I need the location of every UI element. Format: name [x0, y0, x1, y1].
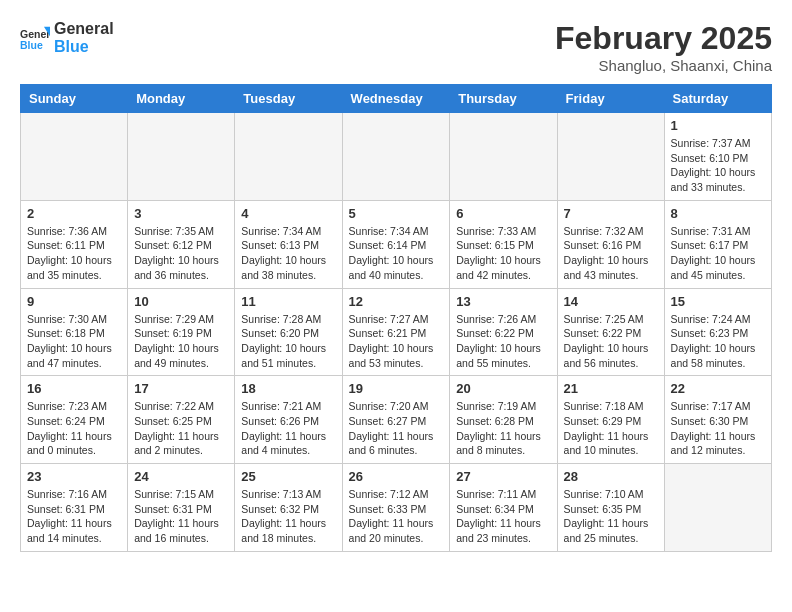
- day-number: 28: [564, 469, 658, 484]
- calendar-table: SundayMondayTuesdayWednesdayThursdayFrid…: [20, 84, 772, 552]
- calendar-cell: [557, 113, 664, 201]
- day-info: Sunrise: 7:12 AM Sunset: 6:33 PM Dayligh…: [349, 487, 444, 546]
- calendar-header-row: SundayMondayTuesdayWednesdayThursdayFrid…: [21, 85, 772, 113]
- day-number: 6: [456, 206, 550, 221]
- day-info: Sunrise: 7:27 AM Sunset: 6:21 PM Dayligh…: [349, 312, 444, 371]
- week-row-2: 2Sunrise: 7:36 AM Sunset: 6:11 PM Daylig…: [21, 200, 772, 288]
- calendar-cell: 28Sunrise: 7:10 AM Sunset: 6:35 PM Dayli…: [557, 464, 664, 552]
- calendar-cell: 26Sunrise: 7:12 AM Sunset: 6:33 PM Dayli…: [342, 464, 450, 552]
- day-number: 24: [134, 469, 228, 484]
- day-info: Sunrise: 7:15 AM Sunset: 6:31 PM Dayligh…: [134, 487, 228, 546]
- day-info: Sunrise: 7:16 AM Sunset: 6:31 PM Dayligh…: [27, 487, 121, 546]
- day-number: 1: [671, 118, 765, 133]
- calendar-cell: 15Sunrise: 7:24 AM Sunset: 6:23 PM Dayli…: [664, 288, 771, 376]
- page-header: General Blue General Blue February 2025 …: [20, 20, 772, 74]
- day-info: Sunrise: 7:19 AM Sunset: 6:28 PM Dayligh…: [456, 399, 550, 458]
- day-number: 25: [241, 469, 335, 484]
- calendar-cell: [21, 113, 128, 201]
- day-number: 20: [456, 381, 550, 396]
- day-info: Sunrise: 7:35 AM Sunset: 6:12 PM Dayligh…: [134, 224, 228, 283]
- calendar-cell: 24Sunrise: 7:15 AM Sunset: 6:31 PM Dayli…: [128, 464, 235, 552]
- calendar-cell: 2Sunrise: 7:36 AM Sunset: 6:11 PM Daylig…: [21, 200, 128, 288]
- day-number: 21: [564, 381, 658, 396]
- day-info: Sunrise: 7:11 AM Sunset: 6:34 PM Dayligh…: [456, 487, 550, 546]
- day-number: 9: [27, 294, 121, 309]
- day-info: Sunrise: 7:33 AM Sunset: 6:15 PM Dayligh…: [456, 224, 550, 283]
- week-row-5: 23Sunrise: 7:16 AM Sunset: 6:31 PM Dayli…: [21, 464, 772, 552]
- day-number: 3: [134, 206, 228, 221]
- day-info: Sunrise: 7:24 AM Sunset: 6:23 PM Dayligh…: [671, 312, 765, 371]
- calendar-cell: 27Sunrise: 7:11 AM Sunset: 6:34 PM Dayli…: [450, 464, 557, 552]
- day-number: 2: [27, 206, 121, 221]
- day-number: 22: [671, 381, 765, 396]
- day-number: 18: [241, 381, 335, 396]
- day-info: Sunrise: 7:26 AM Sunset: 6:22 PM Dayligh…: [456, 312, 550, 371]
- weekday-header-tuesday: Tuesday: [235, 85, 342, 113]
- day-number: 16: [27, 381, 121, 396]
- calendar-cell: 10Sunrise: 7:29 AM Sunset: 6:19 PM Dayli…: [128, 288, 235, 376]
- calendar-cell: 8Sunrise: 7:31 AM Sunset: 6:17 PM Daylig…: [664, 200, 771, 288]
- day-number: 11: [241, 294, 335, 309]
- calendar-cell: 21Sunrise: 7:18 AM Sunset: 6:29 PM Dayli…: [557, 376, 664, 464]
- day-info: Sunrise: 7:18 AM Sunset: 6:29 PM Dayligh…: [564, 399, 658, 458]
- day-number: 5: [349, 206, 444, 221]
- location-subtitle: Shangluo, Shaanxi, China: [555, 57, 772, 74]
- day-number: 23: [27, 469, 121, 484]
- week-row-3: 9Sunrise: 7:30 AM Sunset: 6:18 PM Daylig…: [21, 288, 772, 376]
- day-number: 13: [456, 294, 550, 309]
- day-info: Sunrise: 7:21 AM Sunset: 6:26 PM Dayligh…: [241, 399, 335, 458]
- day-number: 7: [564, 206, 658, 221]
- day-number: 27: [456, 469, 550, 484]
- calendar-cell: 14Sunrise: 7:25 AM Sunset: 6:22 PM Dayli…: [557, 288, 664, 376]
- calendar-cell: [342, 113, 450, 201]
- calendar-cell: 17Sunrise: 7:22 AM Sunset: 6:25 PM Dayli…: [128, 376, 235, 464]
- day-info: Sunrise: 7:25 AM Sunset: 6:22 PM Dayligh…: [564, 312, 658, 371]
- day-info: Sunrise: 7:17 AM Sunset: 6:30 PM Dayligh…: [671, 399, 765, 458]
- calendar-cell: 6Sunrise: 7:33 AM Sunset: 6:15 PM Daylig…: [450, 200, 557, 288]
- day-number: 8: [671, 206, 765, 221]
- calendar-cell: 18Sunrise: 7:21 AM Sunset: 6:26 PM Dayli…: [235, 376, 342, 464]
- calendar-cell: [235, 113, 342, 201]
- weekday-header-wednesday: Wednesday: [342, 85, 450, 113]
- day-number: 17: [134, 381, 228, 396]
- logo-line1: General: [54, 20, 114, 38]
- day-info: Sunrise: 7:22 AM Sunset: 6:25 PM Dayligh…: [134, 399, 228, 458]
- day-number: 19: [349, 381, 444, 396]
- day-number: 26: [349, 469, 444, 484]
- day-number: 15: [671, 294, 765, 309]
- weekday-header-friday: Friday: [557, 85, 664, 113]
- day-info: Sunrise: 7:13 AM Sunset: 6:32 PM Dayligh…: [241, 487, 335, 546]
- logo-icon: General Blue: [20, 23, 50, 53]
- day-info: Sunrise: 7:23 AM Sunset: 6:24 PM Dayligh…: [27, 399, 121, 458]
- weekday-header-saturday: Saturday: [664, 85, 771, 113]
- calendar-cell: 16Sunrise: 7:23 AM Sunset: 6:24 PM Dayli…: [21, 376, 128, 464]
- day-info: Sunrise: 7:29 AM Sunset: 6:19 PM Dayligh…: [134, 312, 228, 371]
- day-info: Sunrise: 7:31 AM Sunset: 6:17 PM Dayligh…: [671, 224, 765, 283]
- weekday-header-thursday: Thursday: [450, 85, 557, 113]
- week-row-4: 16Sunrise: 7:23 AM Sunset: 6:24 PM Dayli…: [21, 376, 772, 464]
- weekday-header-monday: Monday: [128, 85, 235, 113]
- day-info: Sunrise: 7:10 AM Sunset: 6:35 PM Dayligh…: [564, 487, 658, 546]
- day-info: Sunrise: 7:36 AM Sunset: 6:11 PM Dayligh…: [27, 224, 121, 283]
- calendar-cell: [664, 464, 771, 552]
- calendar-cell: 11Sunrise: 7:28 AM Sunset: 6:20 PM Dayli…: [235, 288, 342, 376]
- day-info: Sunrise: 7:28 AM Sunset: 6:20 PM Dayligh…: [241, 312, 335, 371]
- logo: General Blue General Blue: [20, 20, 114, 55]
- calendar-cell: [450, 113, 557, 201]
- day-info: Sunrise: 7:30 AM Sunset: 6:18 PM Dayligh…: [27, 312, 121, 371]
- calendar-cell: [128, 113, 235, 201]
- calendar-cell: 19Sunrise: 7:20 AM Sunset: 6:27 PM Dayli…: [342, 376, 450, 464]
- weekday-header-sunday: Sunday: [21, 85, 128, 113]
- day-number: 12: [349, 294, 444, 309]
- day-number: 4: [241, 206, 335, 221]
- day-info: Sunrise: 7:20 AM Sunset: 6:27 PM Dayligh…: [349, 399, 444, 458]
- day-info: Sunrise: 7:32 AM Sunset: 6:16 PM Dayligh…: [564, 224, 658, 283]
- calendar-cell: 22Sunrise: 7:17 AM Sunset: 6:30 PM Dayli…: [664, 376, 771, 464]
- calendar-cell: 4Sunrise: 7:34 AM Sunset: 6:13 PM Daylig…: [235, 200, 342, 288]
- title-block: February 2025 Shangluo, Shaanxi, China: [555, 20, 772, 74]
- calendar-cell: 3Sunrise: 7:35 AM Sunset: 6:12 PM Daylig…: [128, 200, 235, 288]
- calendar-cell: 9Sunrise: 7:30 AM Sunset: 6:18 PM Daylig…: [21, 288, 128, 376]
- calendar-cell: 1Sunrise: 7:37 AM Sunset: 6:10 PM Daylig…: [664, 113, 771, 201]
- logo-line2: Blue: [54, 38, 114, 56]
- calendar-cell: 20Sunrise: 7:19 AM Sunset: 6:28 PM Dayli…: [450, 376, 557, 464]
